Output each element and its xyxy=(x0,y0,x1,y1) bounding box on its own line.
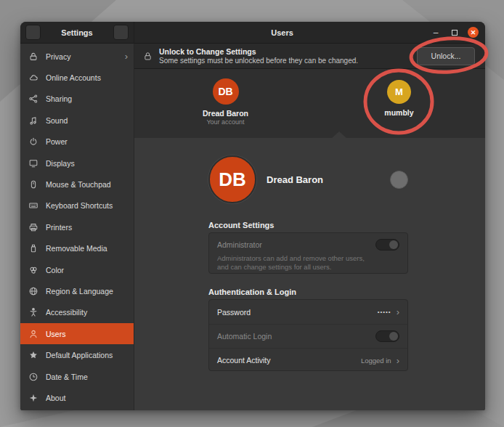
sidebar-item-label: Region & Language xyxy=(46,287,128,296)
authentication-title: Authentication & Login xyxy=(208,288,296,296)
sidebar-item-displays[interactable]: Displays xyxy=(20,152,134,174)
unlock-subtitle: Some settings must be unlocked before th… xyxy=(159,57,417,65)
chevron-right-icon: › xyxy=(125,52,128,61)
clock-icon xyxy=(28,371,38,382)
user-chip-dread-baron[interactable]: DBDread BaronYour account xyxy=(176,78,275,126)
sidebar-item-keyboard-shortcuts[interactable]: Keyboard Shortcuts xyxy=(20,195,134,216)
headerbar: Settings Users – ✕ xyxy=(20,22,485,44)
lock-icon xyxy=(143,51,153,62)
user-subtitle: Your account xyxy=(176,118,275,126)
chevron-right-icon: › xyxy=(397,307,399,317)
user-name: Dread Baron xyxy=(176,109,275,118)
sidebar-item-color[interactable]: Color xyxy=(20,259,134,280)
sidebar-item-label: Default Applications xyxy=(46,351,128,359)
sidebar-item-label: Accessibility xyxy=(46,308,128,317)
row-label: Password xyxy=(217,308,378,317)
automatic-login-toggle[interactable] xyxy=(375,330,399,342)
account-settings-title: Account Settings xyxy=(208,221,274,229)
window-controls: – ✕ xyxy=(430,27,485,38)
sidebar-item-label: Color xyxy=(46,266,128,274)
display-icon xyxy=(28,158,38,168)
administrator-row: Administrator xyxy=(217,239,399,251)
sidebar-item-power[interactable]: Power xyxy=(20,131,134,152)
sidebar-item-label: Power xyxy=(46,137,128,146)
page-title: Users xyxy=(134,28,430,37)
automatic-login-row[interactable]: Automatic Login xyxy=(209,324,407,348)
minimize-button[interactable]: – xyxy=(430,27,442,38)
sidebar-item-removable-media[interactable]: Removable Media xyxy=(20,238,134,259)
edit-name-button[interactable] xyxy=(390,171,408,189)
row-label: Automatic Login xyxy=(217,332,375,341)
app-title: Settings xyxy=(61,28,92,37)
sidebar-item-label: Removable Media xyxy=(46,244,128,253)
account-activity-row[interactable]: Account ActivityLogged in› xyxy=(209,348,407,372)
sidebar: Privacy›Online AccountsSharingSoundPower… xyxy=(20,44,134,410)
unlock-infobar: Unlock to Change Settings Some settings … xyxy=(134,44,485,69)
administrator-toggle[interactable] xyxy=(375,239,399,251)
unlock-button[interactable]: Unlock... xyxy=(417,47,475,65)
user-detail-panel: DB Dread Baron Account Settings Administ… xyxy=(134,138,485,410)
sidebar-item-privacy[interactable]: Privacy› xyxy=(20,46,134,67)
sidebar-item-accessibility[interactable]: Accessibility xyxy=(20,302,134,323)
toggle-knob xyxy=(389,332,398,341)
globe-icon xyxy=(28,285,38,296)
menu-button[interactable] xyxy=(113,25,129,40)
avatar: M xyxy=(387,80,411,104)
sidebar-item-sound[interactable]: Sound xyxy=(20,110,134,131)
settings-window: Settings Users – ✕ Privacy›Online Accoun… xyxy=(20,22,485,410)
toggle-knob xyxy=(389,240,398,249)
authentication-card: Password•••••›Automatic LoginAccount Act… xyxy=(208,299,408,371)
accessibility-icon xyxy=(28,307,38,318)
maximize-icon xyxy=(452,30,458,36)
sidebar-item-about[interactable]: About xyxy=(20,387,134,408)
profile-name: Dread Baron xyxy=(267,174,390,185)
chevron-right-icon: › xyxy=(397,356,399,365)
lock-icon xyxy=(28,51,38,62)
sidebar-item-online-accounts[interactable]: Online Accounts xyxy=(20,67,134,88)
removable-media-icon xyxy=(28,243,38,254)
administrator-label: Administrator xyxy=(217,240,262,249)
sidebar-item-region-language[interactable]: Region & Language xyxy=(20,280,134,301)
user-chip-mumbly[interactable]: Mmumbly xyxy=(350,80,448,117)
search-button[interactable] xyxy=(25,25,41,40)
unlock-title: Unlock to Change Settings xyxy=(159,47,417,57)
sidebar-item-label: Date & Time xyxy=(46,373,128,381)
sidebar-item-label: Displays xyxy=(46,159,128,168)
headerbar-left: Settings xyxy=(20,22,134,44)
sidebar-item-label: Sound xyxy=(46,116,128,125)
music-note-icon xyxy=(28,115,38,126)
user-carousel: DBDread BaronYour accountMmumbly xyxy=(134,69,485,138)
sidebar-item-label: Keyboard Shortcuts xyxy=(46,201,128,210)
sidebar-item-sharing[interactable]: Sharing xyxy=(20,89,134,110)
password-row[interactable]: Password•••••› xyxy=(209,300,407,324)
sidebar-item-label: Privacy xyxy=(46,52,118,61)
sidebar-item-default-applications[interactable]: Default Applications xyxy=(20,344,134,365)
sidebar-item-label: Printers xyxy=(46,223,128,232)
maximize-button[interactable] xyxy=(449,27,460,38)
keyboard-icon xyxy=(28,200,38,211)
close-button[interactable]: ✕ xyxy=(468,27,479,38)
unlock-text: Unlock to Change Settings Some settings … xyxy=(159,47,417,65)
user-icon xyxy=(28,328,38,339)
sidebar-item-mouse-touchpad[interactable]: Mouse & Touchpad xyxy=(20,174,134,195)
user-name: mumbly xyxy=(350,108,448,117)
sidebar-item-printers[interactable]: Printers xyxy=(20,216,134,237)
share-icon xyxy=(28,94,38,105)
administrator-description: Administrators can add and remove other … xyxy=(217,254,373,272)
sidebar-item-date-time[interactable]: Date & Time xyxy=(20,366,134,387)
profile-row: DB Dread Baron xyxy=(208,155,408,204)
cloud-icon xyxy=(28,73,38,84)
row-value: ••••• xyxy=(378,309,391,315)
row-value: Logged in xyxy=(361,357,391,365)
selected-user-notch xyxy=(332,131,346,138)
sidebar-item-label: Sharing xyxy=(46,94,128,103)
sidebar-item-label: About xyxy=(46,394,128,402)
users-panel: Unlock to Change Settings Some settings … xyxy=(134,44,485,410)
row-label: Account Activity xyxy=(217,356,361,365)
sidebar-item-label: Mouse & Touchpad xyxy=(46,180,128,189)
color-icon xyxy=(28,264,38,275)
sidebar-item-users[interactable]: Users xyxy=(20,323,134,344)
avatar[interactable]: DB xyxy=(208,155,256,203)
mouse-icon xyxy=(28,179,38,190)
power-icon xyxy=(28,137,38,147)
